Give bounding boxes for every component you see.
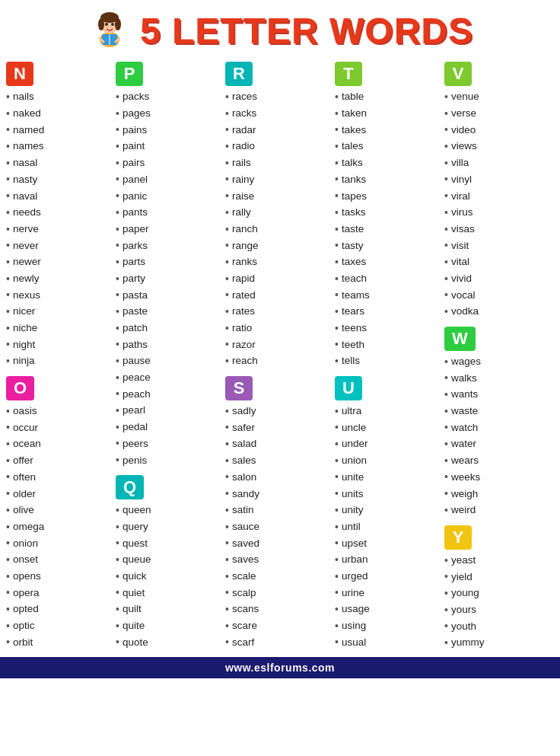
letter-badge-T: T xyxy=(335,62,362,86)
list-item: offer xyxy=(6,453,116,470)
list-item: scalp xyxy=(225,585,335,601)
word-text: panel xyxy=(123,172,148,188)
list-item: patch xyxy=(116,321,225,337)
list-item: vocal xyxy=(444,287,554,304)
list-item: nicer xyxy=(6,304,116,321)
column-2: Rracesracksradarradiorailsrainyraiserall… xyxy=(225,57,335,653)
word-text: ratio xyxy=(232,321,252,337)
list-item: sadly xyxy=(225,404,335,420)
list-item: teens xyxy=(335,321,444,337)
word-text: ocean xyxy=(13,436,41,452)
word-text: units xyxy=(342,486,364,502)
list-item: tanks xyxy=(335,171,444,188)
word-list-Q: queenqueryquestqueuequickquietquiltquite… xyxy=(116,502,225,651)
word-text: ranks xyxy=(232,254,257,270)
word-text: viral xyxy=(451,189,470,205)
word-text: urine xyxy=(342,585,364,601)
word-text: opted xyxy=(13,601,39,617)
list-item: penis xyxy=(116,452,225,469)
list-item: parks xyxy=(116,238,225,254)
word-text: views xyxy=(451,139,477,155)
word-text: usage xyxy=(342,601,370,617)
list-item: takes xyxy=(335,122,444,139)
word-text: waste xyxy=(451,404,478,419)
list-item: quite xyxy=(116,618,225,635)
word-text: weigh xyxy=(451,486,478,502)
list-item: raise xyxy=(225,188,335,205)
word-text: yummy xyxy=(451,635,485,651)
list-item: pearl xyxy=(116,403,225,419)
word-text: naval xyxy=(13,189,37,205)
list-item: orbit xyxy=(6,634,116,651)
list-item: water xyxy=(444,436,554,453)
word-text: saves xyxy=(232,552,259,568)
word-text: tasty xyxy=(342,238,364,254)
letter-badge-S: S xyxy=(225,376,253,400)
word-text: vinyl xyxy=(451,172,472,188)
list-item: urged xyxy=(335,569,444,585)
column-1: Ppackspagespainspaintpairspanelpanicpant… xyxy=(116,57,225,653)
letter-badge-Q: Q xyxy=(116,475,144,499)
word-text: vivid xyxy=(451,271,472,287)
list-item: tales xyxy=(335,139,444,155)
list-item: peers xyxy=(116,435,225,452)
word-text: until xyxy=(342,519,361,535)
word-text: racks xyxy=(232,106,256,122)
word-text: opera xyxy=(13,585,40,601)
list-item: older xyxy=(6,486,116,502)
list-item: satin xyxy=(225,502,335,519)
word-text: pedal xyxy=(123,419,148,435)
list-item: quilt xyxy=(116,601,225,618)
word-text: queue xyxy=(123,552,151,568)
letter-badge-P: P xyxy=(116,62,143,86)
list-item: pedal xyxy=(116,419,225,436)
list-item: peace xyxy=(116,370,225,387)
footer: www.eslforums.com xyxy=(0,657,560,678)
list-item: quiet xyxy=(116,585,225,601)
word-text: onion xyxy=(13,536,38,552)
word-text: pairs xyxy=(123,155,145,171)
list-item: panel xyxy=(116,171,225,188)
letter-badge-U: U xyxy=(335,376,362,400)
list-item: paths xyxy=(116,337,225,353)
list-item: nails xyxy=(6,89,116,106)
list-item: range xyxy=(225,238,335,254)
list-item: ultra xyxy=(335,404,444,420)
word-text: vocal xyxy=(451,288,476,304)
word-text: occur xyxy=(13,420,38,436)
word-text: radar xyxy=(232,123,256,139)
list-item: until xyxy=(335,519,444,536)
word-text: quite xyxy=(123,618,145,634)
list-item: units xyxy=(335,486,444,502)
letter-badge-O: O xyxy=(6,376,34,400)
list-item: saves xyxy=(225,552,335,569)
word-text: range xyxy=(232,238,259,254)
word-text: offer xyxy=(13,453,33,469)
word-text: pearl xyxy=(123,403,145,419)
word-text: yours xyxy=(451,602,476,618)
word-text: peace xyxy=(123,370,151,386)
word-text: under xyxy=(342,436,368,452)
footer-url: www.eslforums.com xyxy=(225,662,335,674)
list-item: parts xyxy=(116,254,225,271)
word-text: rapid xyxy=(232,271,255,287)
word-text: tapes xyxy=(342,189,367,205)
list-item: occur xyxy=(6,419,116,436)
word-text: salon xyxy=(232,470,256,486)
word-text: teeth xyxy=(342,337,364,353)
word-text: young xyxy=(451,585,479,601)
list-item: wants xyxy=(444,387,554,404)
word-text: wears xyxy=(451,453,479,469)
word-text: urged xyxy=(342,569,368,585)
word-text: pause xyxy=(123,353,151,369)
word-text: olive xyxy=(13,502,34,518)
word-text: visas xyxy=(451,222,475,238)
list-item: oasis xyxy=(6,404,116,420)
word-text: satin xyxy=(232,502,254,518)
list-item: salad xyxy=(225,436,335,453)
word-text: pains xyxy=(123,123,147,139)
list-item: taxes xyxy=(335,254,444,271)
letter-badge-W: W xyxy=(444,327,476,351)
list-item: young xyxy=(444,585,554,602)
word-text: naked xyxy=(13,106,41,122)
